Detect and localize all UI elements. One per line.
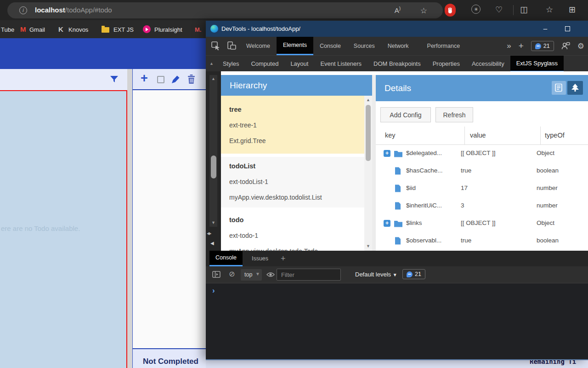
- clear-console-icon[interactable]: ⊘: [229, 270, 235, 278]
- extension-icon[interactable]: ✳: [471, 5, 481, 14]
- add-todo-button[interactable]: +: [141, 71, 148, 86]
- table-row[interactable]: + $links [[ OBJECT ]] Object: [376, 215, 588, 232]
- split-screen-icon[interactable]: ◫: [520, 5, 528, 15]
- add-tab-icon[interactable]: +: [519, 41, 524, 51]
- url-text[interactable]: localhost/todoApp/#todo: [35, 6, 112, 14]
- subtab-accessibility[interactable]: Accessibility: [466, 56, 510, 72]
- row-value: true: [461, 167, 471, 174]
- tab-welcome[interactable]: Welcome: [240, 37, 277, 55]
- table-row[interactable]: + $delegated... [[ OBJECT ]] Object: [376, 145, 588, 162]
- refresh-button[interactable]: Refresh: [435, 107, 473, 122]
- log-levels-selector[interactable]: Default levels ▼: [355, 271, 397, 278]
- address-bar[interactable]: i localhost/todoApp/#todo A) ☆: [7, 2, 443, 18]
- row-key: $inheritUiC...: [406, 202, 442, 209]
- add-config-button[interactable]: Add Config: [380, 107, 431, 122]
- inspect-element-icon[interactable]: [211, 41, 220, 51]
- bookmark-extjs[interactable]: EXT JS: [113, 26, 134, 33]
- subtab-layout[interactable]: Layout: [284, 56, 314, 72]
- subtab-properties[interactable]: Properties: [427, 56, 466, 72]
- list-view-button[interactable]: [552, 81, 566, 95]
- column-value[interactable]: value: [461, 132, 486, 139]
- tab-sources[interactable]: Sources: [347, 37, 381, 55]
- url-path: /todoApp/#todo: [65, 6, 112, 14]
- subtab-styles[interactable]: Styles: [217, 56, 245, 72]
- bookmark-pluralsight[interactable]: Pluralsight: [154, 26, 182, 33]
- scrollbar-thumb[interactable]: [366, 105, 371, 161]
- scroll-down-icon[interactable]: ▼: [364, 244, 372, 248]
- settings-gear-icon[interactable]: ⚙: [577, 41, 584, 51]
- column-key[interactable]: key: [385, 132, 396, 139]
- tab-performance[interactable]: Performance: [421, 37, 467, 55]
- read-aloud-icon[interactable]: A): [395, 6, 401, 14]
- bookmark-youtube[interactable]: Tube: [1, 26, 14, 33]
- table-row[interactable]: $iid 17 number: [376, 180, 588, 197]
- subtab-event-listeners[interactable]: Event Listeners: [314, 56, 368, 72]
- dom-tree-scrollbar[interactable]: ▲ ▼: [209, 75, 217, 227]
- more-tabs-icon[interactable]: »: [507, 41, 511, 51]
- details-toolbar: Add Config Refresh: [376, 101, 588, 126]
- todo-tree-panel[interactable]: ere are no Todo available.: [0, 90, 127, 368]
- subtab-computed[interactable]: Computed: [245, 56, 284, 72]
- device-toolbar-icon[interactable]: [227, 41, 236, 51]
- hierarchy-item-todo[interactable]: todo ext-todo-1 myApp.view.desktop.todo.…: [221, 211, 364, 251]
- filter-funnel-icon[interactable]: [110, 76, 118, 83]
- spyglass-splitter[interactable]: [372, 75, 376, 251]
- panel-splitter[interactable]: [127, 69, 132, 368]
- console-messages-badge[interactable]: 21: [402, 269, 425, 279]
- scroll-down-icon[interactable]: ▼: [209, 220, 217, 225]
- favorite-star-icon[interactable]: ☆: [420, 6, 427, 16]
- select-square-button[interactable]: [157, 76, 164, 83]
- hierarchy-item-todolist[interactable]: todoList ext-todoList-1 myApp.view.deskt…: [221, 157, 364, 207]
- expand-icon[interactable]: +: [384, 150, 390, 157]
- drawer-tab-issues[interactable]: Issues: [246, 251, 274, 266]
- devtools-titlebar[interactable]: DevTools - localhost/todoApp/ –: [206, 21, 588, 37]
- add-drawer-tab-icon[interactable]: +: [281, 254, 286, 264]
- bookmark-knovos[interactable]: Knovos: [68, 26, 88, 33]
- console-output[interactable]: ›: [206, 283, 588, 359]
- browser-essentials-icon[interactable]: ♡: [495, 5, 503, 15]
- table-row[interactable]: $hasCache... true boolean: [376, 162, 588, 180]
- eye-icon[interactable]: [266, 271, 275, 278]
- not-completed-section[interactable]: Not Completed: [132, 348, 206, 368]
- bookmark-gmail[interactable]: Gmail: [29, 26, 45, 33]
- tree-view-button[interactable]: [567, 81, 583, 95]
- scroll-up-icon[interactable]: ▲: [209, 76, 217, 81]
- table-row[interactable]: $inheritUiC... 3 number: [376, 197, 588, 215]
- scrollbar-thumb[interactable]: [211, 155, 216, 178]
- row-value: 3: [461, 202, 464, 209]
- column-typeof[interactable]: typeOf: [537, 132, 565, 139]
- feedback-icon[interactable]: [561, 42, 570, 50]
- tab-network[interactable]: Network: [381, 37, 415, 55]
- maximize-button[interactable]: [565, 26, 570, 31]
- tab-elements[interactable]: Elements: [277, 37, 313, 55]
- table-row[interactable]: $observabl... true boolean: [376, 232, 588, 250]
- drawer-tab-console[interactable]: Console: [209, 251, 243, 266]
- bookmark-m[interactable]: M.: [195, 26, 201, 33]
- todo-list-panel[interactable]: [132, 90, 206, 348]
- hierarchy-item-tree[interactable]: tree ext-tree-1 Ext.grid.Tree: [221, 96, 364, 154]
- console-filter-input[interactable]: [277, 269, 341, 281]
- site-info-icon[interactable]: i: [19, 6, 27, 14]
- messages-badge[interactable]: 21: [531, 41, 554, 51]
- edit-pencil-button[interactable]: [171, 75, 181, 84]
- collections-icon[interactable]: ⊞: [569, 5, 576, 15]
- resize-handle-icon[interactable]: ◀▶: [207, 231, 210, 236]
- subtab-dom-breakpoints[interactable]: DOM Breakpoints: [368, 56, 427, 72]
- expand-icon[interactable]: +: [384, 220, 390, 227]
- row-type: Object: [537, 150, 554, 156]
- dropdown-caret-icon: ▼: [393, 272, 397, 277]
- favorites-bar-icon[interactable]: ☆: [546, 5, 553, 15]
- console-sidebar-icon[interactable]: [212, 271, 220, 278]
- subtab-extjs-spyglass[interactable]: ExtJS Spyglass: [510, 56, 564, 72]
- tab-console[interactable]: Console: [313, 37, 347, 55]
- adblock-extension-icon[interactable]: [445, 4, 456, 17]
- context-selector[interactable]: top ▼: [241, 269, 262, 281]
- hierarchy-scrollbar[interactable]: ▲ ▼: [364, 96, 372, 251]
- scroll-up-icon[interactable]: ▲: [364, 98, 372, 102]
- devtools-main-toolbar: Welcome Elements Console Sources Network…: [206, 37, 588, 55]
- minimize-button[interactable]: –: [538, 24, 552, 32]
- subtab-scroll-up-icon[interactable]: ▲: [209, 61, 214, 66]
- delete-trash-button[interactable]: [187, 75, 195, 84]
- collapse-left-icon[interactable]: ◀: [210, 241, 214, 246]
- url-host: localhost: [35, 6, 65, 14]
